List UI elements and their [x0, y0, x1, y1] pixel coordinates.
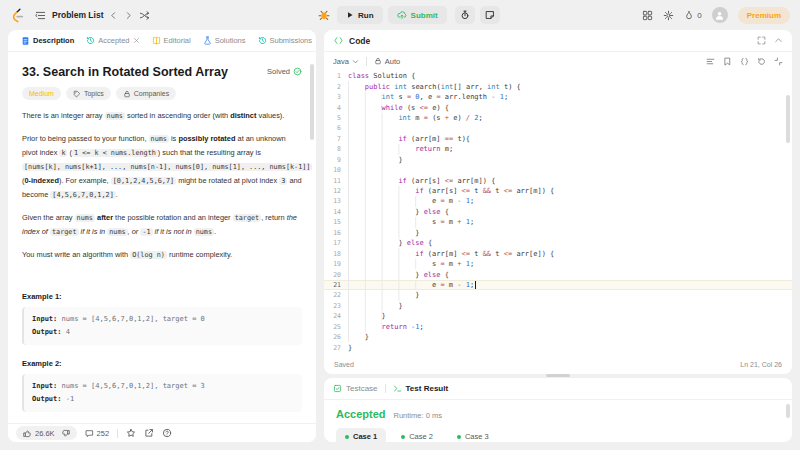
code-line[interactable]: 15s = m + 1;	[324, 217, 792, 227]
avatar[interactable]	[712, 7, 728, 23]
settings-gear-icon[interactable]	[663, 10, 674, 21]
reset-code-icon[interactable]	[757, 57, 766, 66]
code-line[interactable]: 13e = m - 1;	[324, 196, 792, 206]
close-tab-icon[interactable]	[133, 37, 140, 44]
tab-submissions[interactable]: Submissions	[253, 36, 316, 45]
timer-button[interactable]	[455, 6, 475, 24]
code-line[interactable]: 2public int search(int[] arr, int t) {	[324, 81, 792, 91]
console-scrollbar[interactable]	[786, 404, 790, 418]
shrink-editor-icon[interactable]	[774, 57, 783, 66]
tab-solutions[interactable]: Solutions	[198, 36, 251, 45]
line-number: 4	[324, 104, 348, 112]
line-number: 20	[324, 271, 348, 279]
tab-testcase[interactable]: Testcase	[333, 384, 378, 393]
code-line[interactable]: 20} else {	[324, 269, 792, 279]
console-tab-divider	[385, 384, 386, 393]
code-line[interactable]: 4while (s <= e) {	[324, 102, 792, 112]
code-line[interactable]: 12if (arr[s] <= t && t <= arr[m]) {	[324, 186, 792, 196]
line-number: 17	[324, 239, 348, 247]
case-tab-3[interactable]: Case 3	[448, 428, 498, 442]
code-line[interactable]: 6	[324, 123, 792, 133]
result-status: Accepted	[336, 408, 386, 420]
line-number: 27	[324, 344, 348, 352]
code-line[interactable]: 3int s = 0, e = arr.length - 1;	[324, 92, 792, 102]
submit-button[interactable]: Submit	[388, 6, 447, 24]
companies-badge[interactable]: Companies	[116, 87, 176, 100]
layout-icon[interactable]	[642, 10, 653, 21]
tab-accepted[interactable]: Accepted	[81, 36, 144, 45]
difficulty-badge[interactable]: Medium	[22, 87, 61, 100]
language-selector[interactable]: Java	[333, 57, 359, 66]
code-line[interactable]: 10	[324, 165, 792, 175]
case-tab-1[interactable]: Case 1	[336, 428, 386, 442]
auto-save-toggle[interactable]: Auto	[374, 57, 400, 66]
bookmark-icon[interactable]	[723, 57, 732, 66]
favorite-button[interactable]	[126, 428, 136, 438]
code-line[interactable]: 17} else {	[324, 238, 792, 248]
description-paragraph: There is an integer array nums sorted in…	[22, 109, 302, 123]
code-line[interactable]: 9}	[324, 155, 792, 165]
line-number: 15	[324, 218, 348, 226]
code-line[interactable]: 14} else {	[324, 207, 792, 217]
premium-button[interactable]: Premium	[738, 7, 790, 24]
line-number: 13	[324, 197, 348, 205]
random-problem-icon[interactable]	[139, 10, 150, 21]
code-line[interactable]: 23}	[324, 301, 792, 311]
code-line[interactable]: 5int m = (s + e) / 2;	[324, 113, 792, 123]
line-number: 12	[324, 187, 348, 195]
code-editor[interactable]: 1class Solution {2public int search(int[…	[324, 71, 792, 354]
prev-problem-icon[interactable]	[109, 11, 118, 20]
code-line[interactable]: 11if (arr[s] <= arr[m]) {	[324, 175, 792, 185]
run-button[interactable]: Run	[337, 6, 383, 24]
testcase-check-icon	[333, 384, 342, 393]
description-scrollbar[interactable]	[310, 64, 314, 140]
comments-count: 252	[97, 429, 110, 438]
panel-resize-handle[interactable]	[546, 374, 570, 377]
leetcode-logo[interactable]	[10, 7, 25, 23]
streak-flame[interactable]: 0	[684, 10, 701, 21]
code-line[interactable]: 21e = m - 1;	[324, 280, 792, 290]
code-line[interactable]: 19s = m + 1;	[324, 259, 792, 269]
problem-list-icon[interactable]	[35, 10, 46, 21]
code-line[interactable]: 1class Solution {	[324, 71, 792, 81]
description-panel: Description Accepted Editorial Solutions…	[8, 30, 316, 442]
line-number: 23	[324, 302, 348, 310]
line-number: 1	[324, 72, 348, 80]
editor-scrollbar[interactable]	[786, 95, 790, 143]
case-dot	[401, 435, 405, 439]
code-line[interactable]: 18if (arr[m] <= t && t <= arr[e]) {	[324, 248, 792, 258]
braces-icon[interactable]	[740, 57, 749, 66]
topics-badge[interactable]: Topics	[66, 87, 111, 100]
line-number: 21	[324, 281, 348, 289]
code-line[interactable]: 24}	[324, 311, 792, 321]
chevron-down-icon	[352, 58, 359, 65]
share-icon	[144, 428, 154, 438]
format-code-icon[interactable]	[706, 57, 715, 66]
code-line[interactable]: 16}	[324, 228, 792, 238]
page-title: 33. Search in Rotated Sorted Array	[22, 65, 228, 79]
code-line[interactable]: 25return -1;	[324, 322, 792, 332]
next-problem-icon[interactable]	[124, 11, 133, 20]
code-line[interactable]: 26}	[324, 332, 792, 342]
fullscreen-icon[interactable]	[757, 36, 766, 45]
debugger-icon[interactable]	[318, 9, 330, 21]
comments-button[interactable]: 252	[85, 429, 110, 438]
code-line[interactable]: 27}	[324, 342, 792, 352]
notes-button[interactable]	[480, 6, 500, 24]
problem-list-label[interactable]: Problem List	[52, 10, 103, 20]
code-line[interactable]: 7if (arr[m] == t){	[324, 134, 792, 144]
like-group: 26.6K	[16, 426, 77, 440]
case-dot	[457, 435, 461, 439]
tag-icon	[73, 90, 81, 98]
case-tab-2[interactable]: Case 2	[392, 428, 442, 442]
tab-editorial[interactable]: Editorial	[147, 36, 196, 45]
help-button[interactable]	[162, 428, 172, 438]
tab-test-result[interactable]: Test Result	[393, 384, 449, 393]
dislike-button[interactable]	[61, 429, 70, 438]
share-button[interactable]	[144, 428, 154, 438]
code-line[interactable]: 8return m;	[324, 144, 792, 154]
code-line[interactable]: 22}	[324, 290, 792, 300]
tab-description[interactable]: Description	[16, 36, 79, 46]
collapse-panel-icon[interactable]	[774, 36, 783, 45]
like-button[interactable]: 26.6K	[23, 429, 55, 438]
